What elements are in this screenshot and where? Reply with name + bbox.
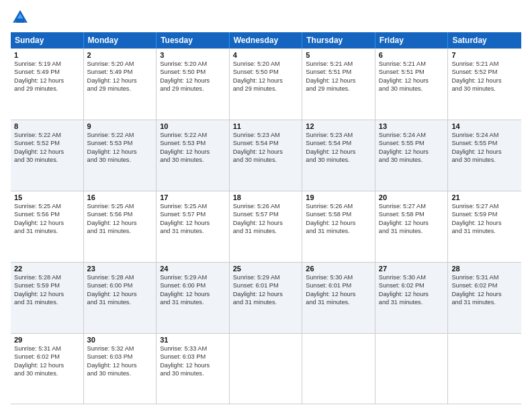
- day-info: Sunrise: 5:31 AM Sunset: 6:02 PM Dayligh…: [451, 273, 518, 307]
- weekday-header-wednesday: Wednesday: [230, 32, 303, 48]
- day-cell-2: 2Sunrise: 5:20 AM Sunset: 5:49 PM Daylig…: [84, 49, 157, 120]
- day-cell-24: 24Sunrise: 5:29 AM Sunset: 6:00 PM Dayli…: [157, 263, 230, 333]
- day-cell-4: 4Sunrise: 5:20 AM Sunset: 5:50 PM Daylig…: [230, 49, 303, 120]
- day-cell-13: 13Sunrise: 5:24 AM Sunset: 5:55 PM Dayli…: [375, 120, 449, 191]
- day-number: 16: [87, 193, 153, 201]
- day-info: Sunrise: 5:24 AM Sunset: 5:55 PM Dayligh…: [451, 131, 518, 165]
- day-number: 30: [87, 336, 153, 344]
- day-info: Sunrise: 5:26 AM Sunset: 5:58 PM Dayligh…: [306, 202, 371, 236]
- calendar: SundayMondayTuesdayWednesdayThursdayFrid…: [11, 32, 521, 404]
- day-number: 22: [14, 265, 80, 273]
- day-info: Sunrise: 5:32 AM Sunset: 6:03 PM Dayligh…: [87, 345, 153, 378]
- day-info: Sunrise: 5:22 AM Sunset: 5:52 PM Dayligh…: [14, 131, 80, 165]
- day-number: 26: [306, 265, 371, 273]
- day-number: 15: [14, 193, 80, 201]
- day-number: 3: [160, 51, 226, 59]
- day-number: 1: [14, 51, 80, 59]
- day-number: 28: [451, 265, 518, 273]
- day-cell-3: 3Sunrise: 5:20 AM Sunset: 5:50 PM Daylig…: [157, 49, 230, 120]
- day-info: Sunrise: 5:25 AM Sunset: 5:56 PM Dayligh…: [14, 202, 80, 236]
- day-cell-30: 30Sunrise: 5:32 AM Sunset: 6:03 PM Dayli…: [84, 334, 157, 404]
- day-info: Sunrise: 5:29 AM Sunset: 6:01 PM Dayligh…: [233, 273, 299, 307]
- day-info: Sunrise: 5:21 AM Sunset: 5:51 PM Dayligh…: [379, 60, 445, 93]
- day-info: Sunrise: 5:23 AM Sunset: 5:54 PM Dayligh…: [233, 131, 299, 165]
- day-number: 7: [451, 51, 518, 59]
- day-number: 21: [451, 193, 518, 201]
- day-cell-19: 19Sunrise: 5:26 AM Sunset: 5:58 PM Dayli…: [302, 191, 375, 262]
- day-info: Sunrise: 5:28 AM Sunset: 5:59 PM Dayligh…: [14, 273, 80, 307]
- day-cell-25: 25Sunrise: 5:29 AM Sunset: 6:01 PM Dayli…: [230, 263, 303, 333]
- weekday-header-tuesday: Tuesday: [157, 32, 230, 48]
- day-info: Sunrise: 5:21 AM Sunset: 5:51 PM Dayligh…: [306, 60, 371, 93]
- day-number: 18: [233, 193, 299, 201]
- calendar-row-2: 8Sunrise: 5:22 AM Sunset: 5:52 PM Daylig…: [11, 120, 521, 191]
- day-info: Sunrise: 5:20 AM Sunset: 5:50 PM Dayligh…: [233, 60, 299, 93]
- day-info: Sunrise: 5:20 AM Sunset: 5:50 PM Dayligh…: [160, 60, 226, 93]
- day-info: Sunrise: 5:26 AM Sunset: 5:57 PM Dayligh…: [233, 202, 299, 236]
- day-info: Sunrise: 5:22 AM Sunset: 5:53 PM Dayligh…: [87, 131, 153, 165]
- day-info: Sunrise: 5:25 AM Sunset: 5:56 PM Dayligh…: [87, 202, 153, 236]
- day-cell-10: 10Sunrise: 5:22 AM Sunset: 5:53 PM Dayli…: [157, 120, 230, 191]
- day-cell-26: 26Sunrise: 5:30 AM Sunset: 6:01 PM Dayli…: [302, 263, 375, 333]
- day-number: 13: [379, 122, 445, 130]
- day-cell-28: 28Sunrise: 5:31 AM Sunset: 6:02 PM Dayli…: [448, 263, 521, 333]
- day-info: Sunrise: 5:27 AM Sunset: 5:58 PM Dayligh…: [379, 202, 445, 236]
- day-info: Sunrise: 5:33 AM Sunset: 6:03 PM Dayligh…: [160, 345, 226, 378]
- day-cell-empty-4-6: [448, 334, 521, 404]
- day-cell-20: 20Sunrise: 5:27 AM Sunset: 5:58 PM Dayli…: [375, 191, 449, 262]
- svg-rect-2: [16, 19, 24, 23]
- day-number: 2: [87, 51, 153, 59]
- day-number: 12: [306, 122, 371, 130]
- calendar-row-1: 1Sunrise: 5:19 AM Sunset: 5:49 PM Daylig…: [11, 48, 521, 120]
- day-cell-1: 1Sunrise: 5:19 AM Sunset: 5:49 PM Daylig…: [11, 49, 84, 120]
- weekday-header-saturday: Saturday: [448, 32, 521, 48]
- calendar-row-3: 15Sunrise: 5:25 AM Sunset: 5:56 PM Dayli…: [11, 191, 521, 262]
- day-info: Sunrise: 5:20 AM Sunset: 5:49 PM Dayligh…: [87, 60, 153, 93]
- day-info: Sunrise: 5:21 AM Sunset: 5:52 PM Dayligh…: [451, 60, 518, 93]
- day-info: Sunrise: 5:19 AM Sunset: 5:49 PM Dayligh…: [14, 60, 80, 93]
- day-cell-12: 12Sunrise: 5:23 AM Sunset: 5:54 PM Dayli…: [302, 120, 375, 191]
- day-number: 23: [87, 265, 153, 273]
- day-number: 19: [306, 193, 371, 201]
- day-cell-31: 31Sunrise: 5:33 AM Sunset: 6:03 PM Dayli…: [157, 334, 230, 404]
- day-cell-15: 15Sunrise: 5:25 AM Sunset: 5:56 PM Dayli…: [11, 191, 84, 262]
- calendar-row-5: 29Sunrise: 5:31 AM Sunset: 6:02 PM Dayli…: [11, 333, 521, 404]
- day-number: 9: [87, 122, 153, 130]
- logo-icon: [11, 8, 30, 27]
- day-cell-5: 5Sunrise: 5:21 AM Sunset: 5:51 PM Daylig…: [302, 49, 375, 120]
- weekday-header-monday: Monday: [84, 32, 157, 48]
- day-cell-23: 23Sunrise: 5:28 AM Sunset: 6:00 PM Dayli…: [84, 263, 157, 333]
- day-number: 4: [233, 51, 299, 59]
- day-cell-9: 9Sunrise: 5:22 AM Sunset: 5:53 PM Daylig…: [84, 120, 157, 191]
- weekday-header-sunday: Sunday: [11, 32, 84, 48]
- day-cell-empty-4-5: [375, 334, 449, 404]
- day-number: 11: [233, 122, 299, 130]
- day-cell-17: 17Sunrise: 5:25 AM Sunset: 5:57 PM Dayli…: [157, 191, 230, 262]
- day-cell-22: 22Sunrise: 5:28 AM Sunset: 5:59 PM Dayli…: [11, 263, 84, 333]
- day-info: Sunrise: 5:27 AM Sunset: 5:59 PM Dayligh…: [451, 202, 518, 236]
- day-number: 20: [379, 193, 445, 201]
- weekday-header-friday: Friday: [375, 32, 449, 48]
- page: SundayMondayTuesdayWednesdayThursdayFrid…: [0, 0, 532, 411]
- day-number: 6: [379, 51, 445, 59]
- day-cell-14: 14Sunrise: 5:24 AM Sunset: 5:55 PM Dayli…: [448, 120, 521, 191]
- day-number: 8: [14, 122, 80, 130]
- day-info: Sunrise: 5:30 AM Sunset: 6:01 PM Dayligh…: [306, 273, 371, 307]
- calendar-row-4: 22Sunrise: 5:28 AM Sunset: 5:59 PM Dayli…: [11, 262, 521, 333]
- day-cell-21: 21Sunrise: 5:27 AM Sunset: 5:59 PM Dayli…: [448, 191, 521, 262]
- day-cell-6: 6Sunrise: 5:21 AM Sunset: 5:51 PM Daylig…: [375, 49, 449, 120]
- day-info: Sunrise: 5:25 AM Sunset: 5:57 PM Dayligh…: [160, 202, 226, 236]
- calendar-header: SundayMondayTuesdayWednesdayThursdayFrid…: [11, 32, 521, 48]
- day-number: 27: [379, 265, 445, 273]
- day-number: 17: [160, 193, 226, 201]
- day-number: 29: [14, 336, 80, 344]
- day-cell-27: 27Sunrise: 5:30 AM Sunset: 6:02 PM Dayli…: [375, 263, 449, 333]
- day-cell-empty-4-4: [302, 334, 375, 404]
- day-cell-11: 11Sunrise: 5:23 AM Sunset: 5:54 PM Dayli…: [230, 120, 303, 191]
- day-info: Sunrise: 5:30 AM Sunset: 6:02 PM Dayligh…: [379, 273, 445, 307]
- day-info: Sunrise: 5:31 AM Sunset: 6:02 PM Dayligh…: [14, 345, 80, 378]
- weekday-header-thursday: Thursday: [302, 32, 375, 48]
- day-info: Sunrise: 5:23 AM Sunset: 5:54 PM Dayligh…: [306, 131, 371, 165]
- logo: [11, 8, 32, 27]
- day-info: Sunrise: 5:24 AM Sunset: 5:55 PM Dayligh…: [379, 131, 445, 165]
